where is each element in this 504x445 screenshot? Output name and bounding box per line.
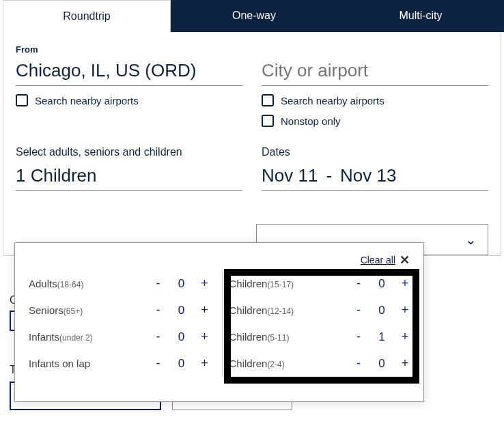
- pax-value: 0: [176, 357, 188, 371]
- close-icon[interactable]: ✕: [400, 253, 410, 268]
- minus-button[interactable]: -: [354, 330, 363, 344]
- tab-oneway[interactable]: One-way: [171, 0, 337, 32]
- checkbox-icon: [262, 94, 274, 106]
- pax-row-children-5-11: Children(5-11) - 1 +: [229, 324, 410, 350]
- plus-button[interactable]: +: [400, 303, 410, 317]
- minus-button[interactable]: -: [154, 276, 163, 291]
- plus-button[interactable]: +: [200, 330, 210, 344]
- nearby-to-check[interactable]: Search nearby airports: [262, 94, 488, 106]
- pax-value: 0: [376, 277, 388, 291]
- plus-button[interactable]: +: [400, 356, 410, 371]
- pax-value: 0: [176, 330, 188, 344]
- passenger-right-col: Children(15-17) - 0 + Children(12-14) - …: [223, 270, 410, 377]
- search-form: From Search nearby airports Search nearb…: [3, 32, 501, 256]
- dates-field[interactable]: Nov 11 - Nov 13: [262, 162, 488, 191]
- plus-button[interactable]: +: [200, 303, 210, 317]
- passenger-left-col: Adults(18-64) - 0 + Seniors(65+) - 0 +: [29, 270, 223, 377]
- chevron-down-icon: ⌄: [465, 231, 477, 248]
- from-label: From: [16, 44, 242, 55]
- from-input[interactable]: [16, 59, 242, 86]
- from-column: From Search nearby airports: [16, 44, 242, 127]
- minus-button[interactable]: -: [354, 356, 363, 371]
- plus-button[interactable]: +: [400, 330, 410, 344]
- minus-button[interactable]: -: [154, 356, 163, 371]
- plus-button[interactable]: +: [200, 356, 210, 371]
- plus-button[interactable]: +: [200, 276, 210, 291]
- pax-row-children-2-4: Children(2-4) - 0 +: [229, 350, 410, 377]
- clear-all-link[interactable]: Clear all: [361, 255, 395, 265]
- pax-row-adults: Adults(18-64) - 0 +: [29, 270, 210, 297]
- minus-button[interactable]: -: [154, 303, 163, 317]
- pax-value: 1: [376, 330, 388, 344]
- checkbox-icon: [262, 115, 274, 127]
- return-date: Nov 13: [340, 165, 396, 186]
- minus-button[interactable]: -: [354, 276, 363, 291]
- to-column: Search nearby airports Nonstop only: [262, 44, 488, 127]
- pax-row-children-15-17: Children(15-17) - 0 +: [229, 270, 410, 297]
- passenger-popover: Clear all ✕ Adults(18-64) - 0 + Seniors(…: [14, 242, 424, 402]
- passengers-field[interactable]: 1 Children: [16, 162, 242, 191]
- pax-row-infants-lap: Infants on lap - 0 +: [29, 350, 210, 377]
- pax-row-seniors: Seniors(65+) - 0 +: [29, 297, 210, 324]
- checkbox-icon: [16, 94, 28, 106]
- passengers-label: Select adults, seniors and children: [16, 146, 242, 158]
- pax-row-infants: Infants(under 2) - 0 +: [29, 324, 210, 350]
- pax-value: 0: [176, 304, 188, 317]
- pax-row-children-12-14: Children(12-14) - 0 +: [229, 297, 410, 324]
- to-input[interactable]: [262, 59, 488, 86]
- plus-button[interactable]: +: [400, 276, 410, 291]
- nearby-from-check[interactable]: Search nearby airports: [16, 94, 242, 106]
- pax-value: 0: [376, 357, 388, 371]
- minus-button[interactable]: -: [154, 330, 163, 344]
- depart-date: Nov 11: [262, 165, 318, 186]
- tab-multicity[interactable]: Multi-city: [337, 0, 504, 32]
- pax-value: 0: [376, 304, 388, 317]
- tab-roundtrip[interactable]: Roundtrip: [3, 0, 171, 32]
- nonstop-check[interactable]: Nonstop only: [262, 115, 488, 127]
- minus-button[interactable]: -: [354, 303, 363, 317]
- dates-label: Dates: [262, 146, 488, 158]
- pax-value: 0: [176, 277, 188, 291]
- trip-type-tabs: Roundtrip One-way Multi-city: [3, 0, 504, 32]
